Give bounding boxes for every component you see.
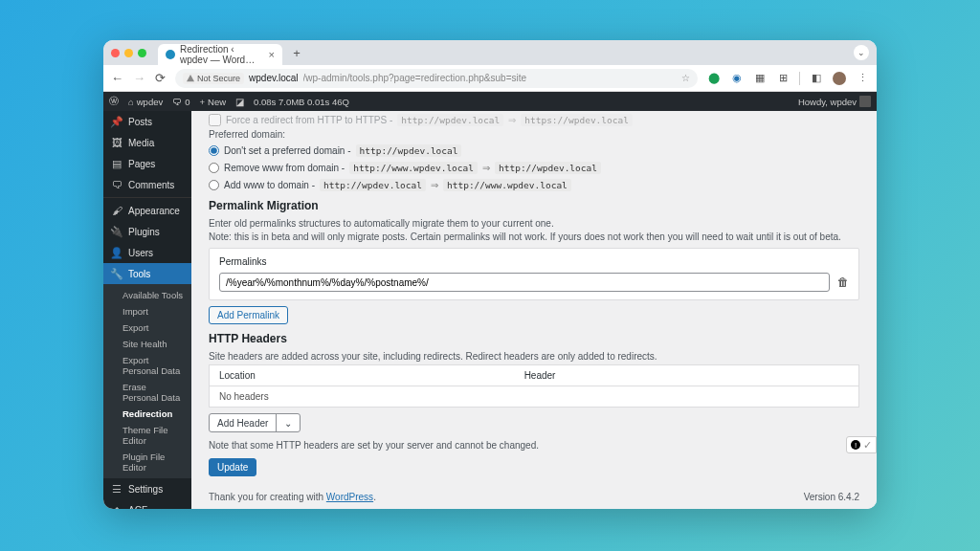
sidebar-item-plugins[interactable]: 🔌Plugins [103, 221, 191, 242]
user-icon: 👤 [111, 247, 122, 258]
close-tab-icon[interactable]: × [269, 49, 275, 60]
howdy-user[interactable]: Howdy, wpdev [798, 96, 871, 107]
add-header-select[interactable]: Add Header ⌄ [209, 413, 301, 432]
forward-button[interactable]: → [133, 71, 145, 85]
back-button[interactable]: ← [111, 71, 123, 85]
warning-icon [187, 75, 194, 82]
radio-input[interactable] [209, 180, 219, 190]
main-content: Force a redirect from HTTP to HTTPS - ht… [191, 111, 877, 509]
http-headers-table: Location Header No headers [209, 364, 859, 408]
sidebar-item-acf[interactable]: ◆ACF [103, 499, 191, 509]
sidebar-item-appearance[interactable]: 🖌Appearance [103, 200, 191, 221]
sub-export[interactable]: Export [103, 320, 191, 336]
check-icon: ✓ [863, 439, 872, 451]
add-permalink-button[interactable]: Add Permalink [209, 306, 288, 324]
sidebar-item-users[interactable]: 👤Users [103, 242, 191, 263]
sub-available-tools[interactable]: Available Tools [103, 287, 191, 303]
site-link[interactable]: ⌂ wpdev [128, 97, 163, 107]
yoast-seo-icon[interactable]: ◪ [235, 97, 244, 107]
radio-input[interactable] [209, 145, 219, 156]
wp-admin: ⓦ ⌂ wpdev 🗨 0 + New ◪ 0.08s 7.0MB 0.01s … [103, 92, 877, 509]
bookmark-star-icon[interactable]: ☆ [681, 73, 690, 83]
query-monitor[interactable]: 0.08s 7.0MB 0.01s 46Q [254, 97, 349, 107]
update-button[interactable]: Update [209, 458, 256, 476]
extension-icon[interactable]: ⬤ [707, 72, 721, 85]
url-host: wpdev.local [249, 73, 299, 83]
traffic-lights [111, 49, 146, 57]
address-bar[interactable]: Not Secure wpdev.local/wp-admin/tools.ph… [175, 69, 698, 88]
browser-tab[interactable]: Redirection ‹ wpdev — Word… × [158, 44, 282, 65]
sidebar-item-posts[interactable]: 📌Posts [103, 111, 191, 132]
plug-icon: 🔌 [111, 226, 122, 237]
wordpress-favicon-icon [166, 50, 175, 59]
col-location: Location [210, 365, 515, 386]
code-from: http://www.wpdev.local [349, 162, 478, 174]
sub-redirection[interactable]: Redirection [103, 406, 191, 422]
user-avatar-icon [859, 96, 871, 107]
profile-avatar[interactable] [833, 72, 846, 85]
sidebar-item-comments[interactable]: 🗨Comments [103, 174, 191, 195]
sub-theme-editor[interactable]: Theme File Editor [103, 422, 191, 449]
radio-input[interactable] [209, 163, 219, 173]
preferred-domain-label: Preferred domain: [209, 129, 859, 140]
permalink-heading: Permalink Migration [209, 199, 859, 212]
code-to: http://www.wpdev.local [443, 179, 571, 191]
radio-remove-www[interactable]: Remove www from domain - http://www.wpde… [209, 162, 859, 174]
tab-overflow-icon[interactable]: ⌄ [854, 45, 869, 60]
wrench-icon: 🔧 [111, 268, 122, 279]
panel-label: Permalinks [219, 256, 849, 267]
permalink-note: Note: this is in beta and will only migr… [209, 231, 859, 242]
close-window-icon[interactable] [111, 49, 120, 57]
permalink-input[interactable] [219, 273, 830, 292]
sub-export-personal[interactable]: Export Personal Data [103, 352, 191, 379]
minimize-window-icon[interactable] [124, 49, 133, 57]
new-tab-button[interactable]: + [288, 44, 305, 61]
sub-erase-personal[interactable]: Erase Personal Data [103, 379, 191, 406]
browser-window: Redirection ‹ wpdev — Word… × + ⌄ ← → ⟳ … [103, 40, 877, 509]
extensions-puzzle-icon[interactable]: ⊞ [776, 72, 790, 85]
force-https-checkbox[interactable] [209, 114, 221, 126]
page-icon: ▤ [111, 158, 122, 169]
url-path: /wp-admin/tools.php?page=redirection.php… [303, 73, 677, 83]
comment-icon: 🗨 [111, 179, 122, 190]
sidebar-item-tools[interactable]: 🔧Tools [103, 263, 191, 284]
reload-button[interactable]: ⟳ [155, 71, 166, 85]
code-domain: http://wpdev.local [356, 144, 462, 157]
code-to: https://wpdev.local [521, 114, 633, 126]
wp-sidebar: 📌Posts 🖼Media ▤Pages 🗨Comments 🖌Appearan… [103, 111, 191, 509]
info-icon: ! [851, 440, 860, 450]
arrow-icon: ⇒ [431, 180, 438, 190]
sidebar-item-media[interactable]: 🖼Media [103, 132, 191, 153]
trash-icon[interactable]: 🗑 [837, 276, 849, 289]
permalink-help: Enter old permalinks structures to autom… [209, 218, 859, 229]
radio-no-preferred[interactable]: Don't set a preferred domain - http://wp… [209, 144, 859, 157]
wordpress-link[interactable]: WordPress [326, 492, 373, 502]
kebab-menu-icon[interactable]: ⋮ [856, 72, 869, 85]
tab-title: Redirection ‹ wpdev — Word… [180, 44, 260, 65]
table-row: No headers [210, 386, 859, 408]
new-content-link[interactable]: + New [200, 97, 227, 107]
radio-add-www[interactable]: Add www to domain - http://wpdev.local ⇒… [209, 179, 859, 191]
side-panel-icon[interactable]: ◧ [810, 72, 823, 85]
status-pill[interactable]: ! ✓ [846, 436, 877, 453]
wp-logo-icon[interactable]: ⓦ [109, 96, 119, 108]
headers-note: Note that some HTTP headers are set by y… [209, 440, 859, 451]
permalinks-panel: Permalinks 🗑 [209, 248, 859, 300]
extension-icon[interactable]: ▦ [753, 72, 767, 85]
sub-import[interactable]: Import [103, 303, 191, 320]
sidebar-item-settings[interactable]: ☰Settings [103, 478, 191, 499]
http-headers-heading: HTTP Headers [209, 332, 859, 345]
zoom-window-icon[interactable] [138, 49, 146, 57]
comments-link[interactable]: 🗨 0 [172, 97, 189, 107]
comment-icon: 🗨 [172, 97, 182, 107]
wp-adminbar: ⓦ ⌂ wpdev 🗨 0 + New ◪ 0.08s 7.0MB 0.01s … [103, 92, 877, 111]
sub-site-health[interactable]: Site Health [103, 336, 191, 352]
arrow-icon: ⇒ [508, 115, 516, 125]
sidebar-item-pages[interactable]: ▤Pages [103, 153, 191, 174]
footer-thanks: Thank you for creating with WordPress. [209, 492, 376, 502]
code-from: http://wpdev.local [320, 179, 426, 191]
sub-plugin-editor[interactable]: Plugin File Editor [103, 449, 191, 475]
code-to: http://wpdev.local [495, 162, 601, 174]
extension-icon[interactable]: ◉ [730, 72, 744, 85]
not-secure-badge[interactable]: Not Secure [183, 73, 244, 84]
